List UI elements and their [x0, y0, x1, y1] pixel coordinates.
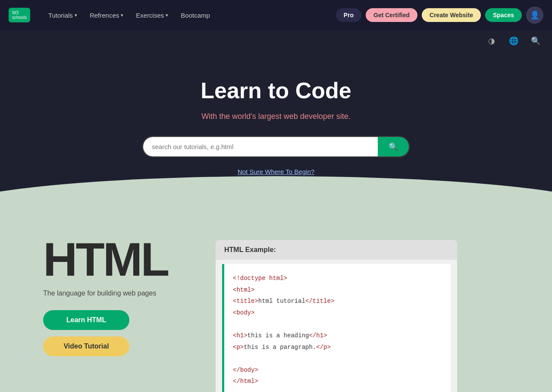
- code-line-5-text: this is a heading: [248, 332, 309, 339]
- logo-w3: W3: [12, 10, 27, 15]
- code-line-5-open: <h1>: [233, 332, 248, 339]
- globe-icon: 🌐: [509, 36, 518, 46]
- video-tutorial-button[interactable]: Video Tutorial: [43, 336, 129, 356]
- hero-subtitle: With the world's largest web developer s…: [201, 112, 351, 121]
- language-button[interactable]: 🌐: [506, 33, 521, 49]
- pro-button[interactable]: Pro: [336, 8, 361, 22]
- code-line-4: <body>: [233, 309, 254, 316]
- search-submit-icon: 🔍: [389, 142, 398, 152]
- exercises-arrow-icon: ▾: [166, 12, 168, 18]
- nav-links: Tutorials ▾ Refrences ▾ Exercises ▾ Boot…: [43, 8, 336, 22]
- not-sure-link[interactable]: Not Sure Where To Begin?: [238, 168, 314, 175]
- code-example-body: <!doctype html> <html> <title>html tutor…: [222, 264, 451, 392]
- theme-toggle-button[interactable]: ◑: [484, 33, 499, 49]
- code-line-6-close: </p>: [316, 344, 331, 351]
- navbar: W3 schools Tutorials ▾ Refrences ▾ Exerc…: [0, 0, 552, 30]
- search-submit-button[interactable]: 🔍: [378, 137, 409, 156]
- html-left-panel: HTML The language for building web pages…: [43, 236, 181, 356]
- nav-bootcamp[interactable]: Bootcamp: [176, 8, 215, 22]
- nav-tutorials[interactable]: Tutorials ▾: [43, 8, 82, 22]
- content-section: HTML The language for building web pages…: [0, 210, 552, 392]
- code-example-header: HTML Example:: [216, 240, 457, 260]
- logo[interactable]: W3 schools: [9, 8, 30, 22]
- code-line-8: </html>: [233, 378, 258, 385]
- nav-exercises[interactable]: Exercises ▾: [131, 8, 173, 22]
- code-line-6-open: <p>: [233, 344, 244, 351]
- search-bar: 🔍: [142, 136, 410, 157]
- hero-title: Learn to Code: [201, 78, 351, 103]
- nav-references[interactable]: Refrences ▾: [85, 8, 129, 22]
- logo-box: W3 schools: [9, 8, 30, 22]
- hero-section: Learn to Code With the world's largest w…: [0, 52, 552, 210]
- code-line-6-text: this is a paragraph.: [244, 344, 316, 351]
- theme-icon: ◑: [488, 36, 495, 46]
- code-line-3-text: html tutorial: [258, 298, 305, 305]
- code-line-7: </body>: [233, 367, 258, 373]
- code-line-3-close: </title>: [305, 298, 334, 305]
- nav-right: Pro Get Certified Create Website Spaces …: [336, 6, 543, 24]
- logo-schools: schools: [12, 15, 27, 20]
- create-website-button[interactable]: Create Website: [422, 8, 481, 22]
- search-input[interactable]: [143, 137, 378, 156]
- code-line-3-open: <title>: [233, 298, 258, 305]
- avatar-button[interactable]: 👤: [526, 6, 543, 24]
- avatar-icon: 👤: [530, 10, 539, 20]
- spaces-button[interactable]: Spaces: [485, 8, 522, 22]
- html-description: The language for building web pages: [43, 289, 156, 297]
- search-icon: 🔍: [531, 36, 540, 46]
- learn-html-button[interactable]: Learn HTML: [43, 310, 129, 330]
- secondary-bar: ◑ 🌐 🔍: [0, 30, 552, 52]
- html-big-title: HTML: [43, 236, 168, 283]
- get-certified-button[interactable]: Get Certified: [366, 8, 417, 22]
- search-icon-button[interactable]: 🔍: [528, 33, 543, 49]
- code-line-2: <html>: [233, 286, 254, 293]
- tutorials-arrow-icon: ▾: [75, 12, 77, 18]
- code-example-card: HTML Example: <!doctype html> <html> <ti…: [216, 240, 457, 392]
- code-line-1: <!doctype html>: [233, 275, 287, 282]
- code-line-5-close: </h1>: [309, 332, 327, 339]
- references-arrow-icon: ▾: [121, 12, 123, 18]
